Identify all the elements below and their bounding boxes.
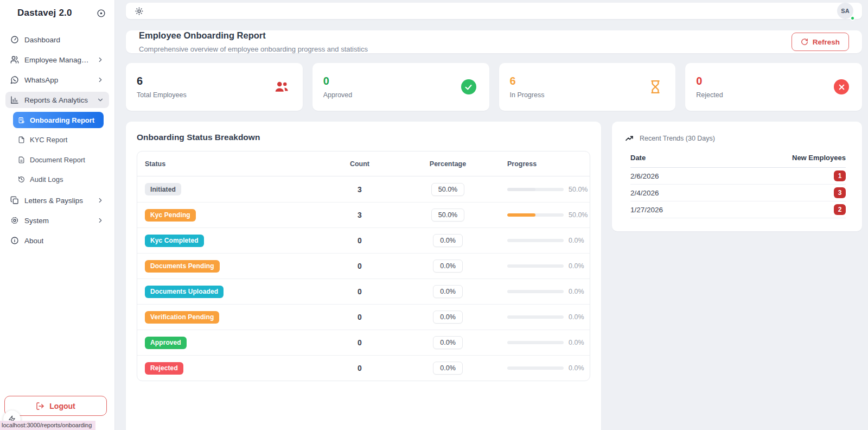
status-badge: Kyc Pending (145, 209, 196, 222)
breakdown-card: Onboarding Status Breakdown Status Count… (126, 122, 601, 430)
logout-icon (36, 402, 44, 410)
circle-dot-icon[interactable] (97, 9, 106, 18)
user-avatar[interactable]: SA (837, 3, 853, 19)
table-row: Documents Uploaded 0 0.0% 0.0% (137, 279, 590, 304)
count-value: 0 (322, 262, 398, 270)
status-badge: Approved (145, 337, 187, 349)
report-doc-icon (18, 117, 25, 124)
progress-fill (507, 188, 535, 191)
chevron-right-icon (97, 217, 104, 224)
sidebar-item-kyc-report[interactable]: KYC Report (13, 132, 104, 148)
online-status-dot (850, 16, 855, 21)
chevron-right-icon (97, 197, 104, 204)
sidebar-item-label: Document Report (30, 156, 85, 164)
sidebar-item-dashboard[interactable]: Dashboard (5, 31, 109, 48)
gauge-icon (10, 35, 19, 44)
percentage-pill: 0.0% (433, 260, 463, 273)
progress-bar (507, 315, 564, 319)
trend-count-badge: 1 (834, 170, 846, 181)
sidebar-item-audit-logs[interactable]: Audit Logs (13, 172, 104, 188)
breakdown-title: Onboarding Status Breakdown (137, 132, 590, 142)
table-row: Kyc Completed 0 0.0% 0.0% (137, 227, 590, 253)
app-root: Dastavej 2.0 Dashboard Employee Managem.… (0, 0, 868, 430)
progress-label: 0.0% (569, 262, 584, 270)
progress-bar (507, 290, 564, 293)
stat-value: 6 (510, 75, 545, 87)
stat-value: 0 (323, 75, 353, 87)
trend-date: 1/27/2026 (630, 206, 663, 214)
users-icon (273, 79, 290, 95)
theme-toggle-sun-icon[interactable] (135, 7, 144, 16)
count-value: 3 (322, 211, 398, 219)
sidebar-item-document-report[interactable]: Document Report (13, 151, 104, 168)
progress-bar (507, 213, 564, 217)
stat-label: Approved (323, 91, 353, 99)
content-bottom: Onboarding Status Breakdown Status Count… (126, 122, 862, 430)
count-value: 0 (322, 287, 398, 296)
refresh-button[interactable]: Refresh (792, 33, 849, 51)
stat-text: 6 In Progress (510, 75, 545, 99)
stat-value: 0 (696, 75, 723, 87)
status-badge: Documents Pending (145, 260, 220, 273)
trend-row: 2/6/2026 1 (630, 168, 846, 185)
percentage-pill: 0.0% (433, 362, 463, 375)
recent-trends-card: Recent Trends (30 Days) Date New Employe… (612, 122, 862, 231)
table-row: Initiated 3 50.0% 50.0% (137, 176, 590, 202)
percentage-pill: 50.0% (431, 183, 464, 196)
table-row: Verification Pending 0 0.0% 0.0% (137, 304, 590, 330)
status-badge: Verification Pending (145, 311, 219, 324)
page-subtitle: Comprehensive overview of employee onboa… (139, 45, 368, 53)
trend-row: 2/4/2026 3 (630, 185, 846, 201)
progress-label: 0.0% (569, 364, 584, 372)
sidebar-item-label: Audit Logs (30, 175, 63, 184)
sidebar-item-letters-payslips[interactable]: Letters & Payslips (5, 192, 109, 208)
count-value: 0 (322, 364, 398, 372)
logout-button[interactable]: Logout (4, 396, 107, 416)
progress-label: 50.0% (569, 211, 588, 219)
brand-title: Dastavej 2.0 (17, 8, 72, 18)
check-circle-icon (461, 79, 476, 94)
sidebar-item-employee-management[interactable]: Employee Managem... (5, 52, 109, 68)
stat-card-approved: 0 Approved (312, 63, 489, 111)
stat-card-total-employees: 6 Total Employees (126, 63, 303, 111)
column-header-progress: Progress (498, 160, 590, 168)
chevron-down-icon (97, 96, 104, 104)
progress-label: 0.0% (569, 339, 584, 346)
progress-fill (507, 213, 535, 217)
percentage-pill: 0.0% (433, 311, 463, 324)
gear-icon (10, 216, 19, 225)
history-icon (18, 176, 25, 183)
trend-date: 2/4/2026 (630, 189, 659, 197)
chevron-right-icon (97, 76, 104, 84)
status-badge: Documents Uploaded (145, 286, 224, 298)
progress-label: 50.0% (569, 186, 588, 193)
sidebar-item-system[interactable]: System (5, 212, 109, 229)
percentage-pill: 0.0% (433, 234, 463, 247)
file-text-icon (18, 156, 25, 163)
trend-count-badge: 2 (834, 204, 846, 215)
bar-chart-icon (10, 96, 19, 104)
sidebar-item-label: Reports & Analytics (24, 96, 88, 104)
sidebar-item-onboarding-report[interactable]: Onboarding Report (13, 112, 104, 128)
status-badge: Initiated (145, 183, 181, 195)
stat-label: Rejected (696, 91, 723, 99)
sidebar-item-whatsapp[interactable]: WhatsApp (5, 72, 109, 88)
percentage-pill: 0.0% (433, 285, 463, 298)
progress-label: 0.0% (569, 313, 584, 321)
trend-date: 2/6/2026 (630, 172, 659, 180)
sidebar-item-label: Letters & Payslips (24, 197, 83, 205)
trends-header: Recent Trends (30 Days) (623, 130, 851, 143)
stat-text: 0 Rejected (696, 75, 723, 99)
trends-table: Date New Employees 2/6/2026 1 2/4/2026 3… (630, 151, 846, 218)
status-badge: Rejected (145, 362, 183, 375)
x-circle-icon (834, 79, 849, 94)
progress-bar (507, 341, 564, 344)
column-header-percentage: Percentage (398, 160, 498, 168)
sidebar-item-reports-analytics[interactable]: Reports & Analytics (5, 92, 109, 108)
progress-bar (507, 264, 564, 268)
sidebar-item-label: KYC Report (30, 136, 67, 144)
refresh-icon (801, 38, 808, 46)
copy-icon (10, 196, 19, 205)
stat-cards: 6 Total Employees 0 Approved 6 (126, 63, 862, 111)
sidebar-item-about[interactable]: About (5, 232, 109, 249)
